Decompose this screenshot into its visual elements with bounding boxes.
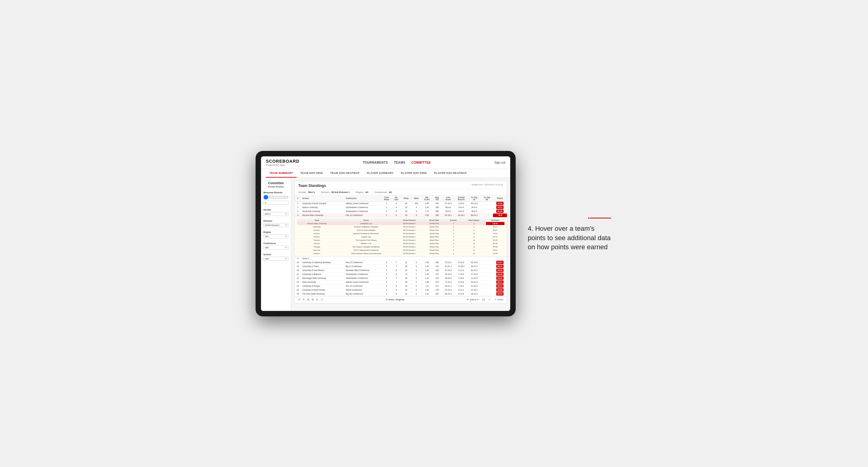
region-select[interactable]: N/A (264, 235, 288, 238)
gender-select[interactable]: Men's (264, 212, 288, 216)
cell-points[interactable]: 88.70 (493, 264, 507, 268)
undo-button[interactable]: ↺ (298, 298, 300, 301)
redo-button[interactable]: ↻ (303, 298, 305, 301)
division-select[interactable]: NCAA Division I (264, 223, 288, 227)
cell-school: Texas T... (301, 256, 344, 260)
cell-low-score: 87-25-1 (442, 213, 455, 217)
copy-button[interactable]: ⧉ (312, 298, 314, 301)
cell-points[interactable]: 97.02 (493, 201, 507, 206)
nav-teams[interactable]: TEAMS (394, 161, 406, 164)
cell-school: University of Alabama (301, 272, 344, 276)
cell-points[interactable]: 83.07 (493, 260, 507, 264)
cell-vs-top50 (480, 280, 493, 284)
subnav-team-h2h-heatmap[interactable]: TEAM H2H HEATMAP (327, 169, 363, 178)
cell-rnds (401, 256, 411, 260)
tooltip-cell-type: Stroke Play (424, 242, 445, 245)
cell-points[interactable]: 88.48 (493, 272, 507, 276)
conference-select[interactable]: (All) (264, 246, 288, 250)
cell-points[interactable]: 88.71 (493, 280, 507, 284)
cell-school: Duke University (301, 280, 344, 284)
tooltip-row-1: Arizona State University Collegiate Cup … (297, 222, 504, 225)
sidebar-label-region: Region (264, 231, 288, 234)
cell-low-score: 63-5-0 (442, 209, 455, 213)
tooltip-col-rounds: Rounds (445, 219, 462, 222)
tooltip-cell-team: Univers. (297, 228, 337, 232)
comment-button[interactable]: 💬 (482, 298, 485, 301)
col-avg-sg: Avg.SG (433, 195, 442, 202)
tooltip-cell-division: NCAA Division I (396, 245, 424, 248)
cell-wins: 0 (411, 280, 421, 284)
cell-points[interactable]: 83.41 (493, 276, 507, 280)
cell-rank: 1 (294, 201, 301, 206)
tooltip-cell-team: University (297, 225, 337, 228)
subnav-team-h2h-grid[interactable]: TEAM H2H GRID (297, 169, 327, 178)
cell-vs-top25: 25-19-0 (468, 260, 480, 264)
cell-points-highlighted[interactable]: 79.5 (493, 213, 507, 217)
sidebar-title: Committee (264, 182, 288, 185)
subnav-player-h2h-heatmap[interactable]: PLAYER H2H HEATMAP (430, 169, 470, 178)
cell-rnds: 21 (401, 260, 411, 264)
cell-rank: 25 (294, 288, 301, 292)
table-row: 24 University of Oregon Pac-12 Conferenc… (294, 284, 507, 288)
cell-avg-sg: 271 (433, 284, 442, 288)
watch-button[interactable]: 👁 Watch ▾ (467, 298, 478, 301)
col-vs-top25: Vs Top25 (468, 195, 480, 202)
cell-points[interactable]: 83.89 (493, 288, 507, 292)
cell-rank: 22 (294, 276, 301, 280)
cell-points[interactable]: 93.31 (493, 206, 507, 209)
cell-points[interactable]: 88.14 (493, 284, 507, 288)
tooltip-row-10: Univers. 2023 Sahalee Players Championsh… (297, 252, 504, 255)
cell-conference: Atlantic Coast Conference (344, 201, 381, 206)
view-label[interactable]: ⊙ View: Original (385, 298, 404, 301)
sign-out-button[interactable]: Sign out (494, 161, 505, 164)
cell-no-tour: 8 (392, 288, 401, 292)
cell-no-tour: 7 (392, 260, 401, 264)
cell-vs-top25: 46-5-0 (468, 209, 480, 213)
subnav-player-h2h-grid[interactable]: PLAYER H2H GRID (397, 169, 430, 178)
cell-vs-top25: 35-4-0 (468, 206, 480, 209)
cell-adj-score: 1.32 (421, 276, 433, 280)
zoom-in-button[interactable]: ⊞ (307, 298, 309, 301)
cell-rnds: 25 (401, 264, 411, 268)
subnav-team-summary[interactable]: TEAM SUMMARY (266, 169, 297, 178)
tooltip-col-rank-impact: Rank Impact (462, 219, 486, 222)
cell-points[interactable] (493, 256, 507, 260)
cell-rank: 4 (294, 213, 301, 217)
table-row: 26 The Ohio State University Big Ten Con… (294, 292, 507, 296)
share-button[interactable]: ↗ Share (494, 298, 503, 301)
min-rounds-slider[interactable] (264, 195, 288, 199)
clock-button[interactable]: 🕐 (320, 298, 323, 301)
nav-committee[interactable]: COMMITTEE (411, 161, 431, 164)
cell-conf-rank: 1 (381, 206, 392, 209)
filter-conference-label: Conference: (374, 191, 388, 194)
app-logo-sub: Powered by clippi (266, 164, 300, 166)
cell-adj-score: 1.50 (421, 268, 433, 272)
cell-points[interactable]: 80.94 (493, 292, 507, 296)
tooltip-cell-division: NCAA Division I (396, 232, 424, 235)
tooltip-cell-rounds: 3 (445, 245, 462, 248)
subnav-player-summary[interactable]: PLAYER SUMMARY (363, 169, 397, 178)
nav-tournaments[interactable]: TOURNAMENTS (363, 161, 388, 164)
table-row: 22 Mississippi State University Southeas… (294, 276, 507, 280)
cell-no-tour: 9 (392, 201, 401, 206)
content-area: Team Standings Update time: 13/03/2024 1… (291, 178, 510, 311)
cell-avg-sg: 274 (433, 280, 442, 284)
tooltip-cell-division: NCAA Division I (396, 228, 424, 232)
fullscreen-button[interactable]: ⤢ (489, 298, 491, 301)
cell-adj-score: 2.50 (421, 213, 433, 217)
page-wrapper: SCOREBOARD Powered by clippi TOURNAMENTS… (12, 151, 856, 316)
settings-button[interactable]: ⊡ (316, 298, 318, 301)
cell-rnds: 21 (401, 292, 411, 296)
school-select[interactable]: (All) (264, 257, 288, 261)
col-wins: Wins (411, 195, 421, 202)
cell-points[interactable]: 90.20 (493, 209, 507, 213)
arrow-row (588, 215, 613, 221)
tooltip-cell-rounds: 3 (445, 232, 462, 235)
min-rounds-input[interactable] (264, 201, 288, 205)
cell-points[interactable]: 88.49 (493, 268, 507, 272)
tooltip-cell-type: Stroke Play (424, 228, 445, 232)
cell-overall-record: 6-12-0 (455, 260, 468, 264)
tooltip-cell-type: Stroke Play (424, 225, 445, 228)
cell-wins: 2 (411, 260, 421, 264)
cell-rank: 24 (294, 284, 301, 288)
